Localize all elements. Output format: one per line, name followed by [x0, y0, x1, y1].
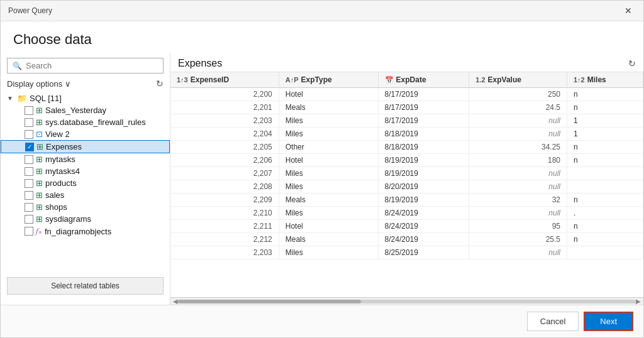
col-icon-expenseid: 1↑3 [177, 76, 188, 84]
title-bar: Power Query ✕ [1, 1, 643, 21]
cell-miles [567, 180, 643, 194]
tree-item-expenses[interactable]: ⊞ Expenses [1, 140, 170, 153]
scrollbar-thumb[interactable] [178, 300, 361, 303]
tree-checkbox-sales-yesterday[interactable] [25, 106, 33, 115]
cell-expvalue: 180 [469, 154, 567, 167]
cell-expenseid: 2,210 [170, 207, 279, 220]
tree-item-sysdiagrams[interactable]: ⊞ sysdiagrams [1, 213, 170, 225]
cell-expdate: 8/19/2019 [378, 167, 469, 180]
cell-expenseid: 2,203 [170, 114, 279, 128]
cell-expvalue: 34.25 [469, 141, 567, 154]
table-refresh-icon[interactable]: ↻ [628, 58, 636, 68]
cell-expvalue: null [469, 246, 567, 259]
search-box[interactable]: 🔍 [7, 58, 164, 74]
cell-expenseid: 2,212 [170, 233, 279, 246]
tree-item-view2[interactable]: ⊡ View 2 [1, 128, 170, 140]
cell-expvalue: 32 [469, 194, 567, 207]
cancel-button[interactable]: Cancel [527, 312, 579, 331]
cell-expdate: 8/24/2019 [378, 207, 469, 220]
data-table-wrapper[interactable]: 1↑3ExpenseID A↑PExpType 📅ExpDate 1.2ExpV… [170, 72, 643, 297]
tree-container: ▼ 📁 SQL [11] ⊞ Sales_Yesterday ⊞ sys.dat… [1, 92, 170, 272]
cell-expvalue: null [469, 114, 567, 128]
scroll-right-arrow[interactable]: ▶ [636, 298, 641, 305]
content-area: 🔍 Display options ∨ ↻ ▼ 📁 SQL [11] [1, 53, 643, 305]
cell-expvalue: null [469, 128, 567, 141]
cell-miles: n [567, 220, 643, 233]
cell-expdate: 8/19/2019 [378, 154, 469, 167]
table-header-row: 1↑3ExpenseID A↑PExpType 📅ExpDate 1.2ExpV… [170, 72, 643, 88]
tree-checkbox-sales[interactable] [25, 191, 33, 200]
cell-exptype: Meals [279, 101, 378, 114]
cell-exptype: Miles [279, 180, 378, 194]
table-icon: ⊞ [36, 142, 43, 151]
tree-checkbox-expenses[interactable] [25, 143, 34, 151]
cell-miles [567, 167, 643, 180]
search-icon: 🔍 [13, 62, 22, 70]
table-row: 2,205Other8/18/201934.25n [170, 141, 643, 154]
table-icon: ⊞ [36, 214, 43, 224]
tree-label-sales: sales [45, 190, 64, 200]
cell-exptype: Hotel [279, 154, 378, 167]
cell-exptype: Miles [279, 114, 378, 128]
cell-exptype: Meals [279, 233, 378, 246]
cell-expdate: 8/25/2019 [378, 246, 469, 259]
cell-expdate: 8/24/2019 [378, 233, 469, 246]
dialog-header: Choose data [1, 21, 643, 53]
cell-miles: n [567, 88, 643, 101]
dialog-footer: Cancel Next [1, 305, 643, 337]
tree-item-mytasks[interactable]: ⊞ mytasks [1, 153, 170, 165]
data-table-header-row: Expenses ↻ [170, 53, 643, 72]
tree-checkbox-products[interactable] [25, 179, 33, 188]
select-related-button[interactable]: Select related tables [7, 277, 164, 295]
next-button[interactable]: Next [584, 312, 633, 331]
col-header-expenseid: 1↑3ExpenseID [170, 72, 279, 88]
tree-checkbox-view2[interactable] [25, 130, 33, 139]
tree-root-item[interactable]: ▼ 📁 SQL [11] [1, 92, 170, 104]
cell-exptype: Hotel [279, 220, 378, 233]
table-row: 2,207Miles8/19/2019null [170, 167, 643, 180]
horizontal-scrollbar[interactable]: ◀ ▶ [170, 297, 643, 305]
tree-label-sales-yesterday: Sales_Yesterday [45, 106, 106, 115]
display-options-label[interactable]: Display options ∨ [7, 79, 71, 89]
cell-exptype: Miles [279, 246, 378, 259]
tree-item-sales-yesterday[interactable]: ⊞ Sales_Yesterday [1, 104, 170, 116]
cell-expenseid: 2,201 [170, 101, 279, 114]
view-icon: ⊡ [36, 129, 43, 139]
scrollbar-track[interactable] [178, 300, 636, 303]
table-body: 2,200Hotel8/17/2019250n2,201Meals8/17/20… [170, 88, 643, 259]
function-icon: 𝑓ₓ [36, 226, 42, 236]
cell-expvalue: 24.5 [469, 101, 567, 114]
cell-exptype: Miles [279, 167, 378, 180]
tree-checkbox-fn-diagramobjects[interactable] [25, 227, 33, 236]
tree-checkbox-mytasks4[interactable] [25, 167, 33, 176]
col-header-exptype: A↑PExpType [279, 72, 378, 88]
table-row: 2,208Miles8/20/2019null [170, 180, 643, 194]
cell-miles: n [567, 233, 643, 246]
main-dialog: Power Query ✕ Choose data 🔍 Display opti… [0, 0, 644, 338]
tree-checkbox-shops[interactable] [25, 203, 33, 212]
col-icon-expdate: 📅 [385, 76, 394, 84]
tree-item-sys-firewall[interactable]: ⊞ sys.database_firewall_rules [1, 116, 170, 128]
cell-expvalue: 95 [469, 220, 567, 233]
tree-item-products[interactable]: ⊞ products [1, 177, 170, 189]
cell-miles: 1 [567, 114, 643, 128]
tree-label-view2: View 2 [45, 129, 70, 139]
table-row: 2,203Miles8/25/2019null [170, 246, 643, 259]
tree-checkbox-mytasks[interactable] [25, 155, 33, 164]
tree-label-mytasks4: mytasks4 [45, 166, 80, 176]
tree-checkbox-sysdiagrams[interactable] [25, 215, 33, 224]
tree-checkbox-sys-firewall[interactable] [25, 118, 33, 127]
cell-miles: n [567, 141, 643, 154]
tree-item-shops[interactable]: ⊞ shops [1, 201, 170, 213]
scroll-left-arrow[interactable]: ◀ [173, 298, 178, 305]
tree-item-mytasks4[interactable]: ⊞ mytasks4 [1, 165, 170, 177]
search-input[interactable] [26, 61, 158, 70]
col-icon-miles: 1↑2 [574, 76, 585, 84]
tree-label-sys-firewall: sys.database_firewall_rules [45, 117, 146, 127]
refresh-icon[interactable]: ↻ [156, 79, 164, 89]
tree-item-sales[interactable]: ⊞ sales [1, 189, 170, 201]
close-button[interactable]: ✕ [621, 4, 636, 17]
table-icon: ⊞ [36, 202, 43, 212]
tree-item-fn-diagramobjects[interactable]: 𝑓ₓ fn_diagramobjects [1, 225, 170, 237]
tree-label-mytasks: mytasks [45, 155, 75, 164]
